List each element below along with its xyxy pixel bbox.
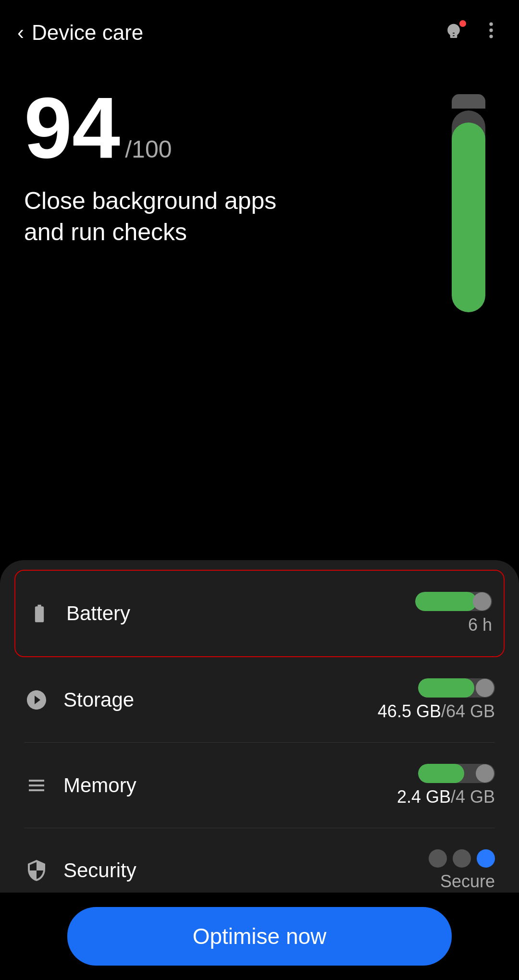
score-out-of: /100 (125, 135, 172, 163)
battery-card[interactable]: Battery 6 h (14, 570, 505, 657)
storage-label: Storage (63, 688, 134, 711)
score-section: 94 /100 Close background apps and run ch… (0, 56, 519, 331)
score-bar-wrap (452, 94, 485, 312)
lightbulb-button[interactable] (440, 19, 467, 46)
security-dot-1 (429, 849, 447, 868)
memory-card-left: Memory (24, 773, 136, 798)
optimise-now-button[interactable]: Optimise now (67, 907, 452, 966)
cards-panel: Battery 6 h Storage 46.5 G (0, 560, 519, 922)
more-options-button[interactable] (481, 20, 502, 46)
battery-card-right: 6 h (415, 592, 492, 635)
memory-value: 2.4 GB/4 GB (397, 787, 495, 807)
battery-card-left: Battery (27, 601, 130, 626)
security-dot-2 (453, 849, 471, 868)
storage-icon (24, 687, 49, 712)
security-dots (429, 849, 495, 868)
more-icon (481, 20, 502, 41)
storage-card[interactable]: Storage 46.5 GB/64 GB (0, 657, 519, 743)
storage-value: 46.5 GB/64 GB (378, 701, 495, 722)
header: ‹ Device care (0, 0, 519, 56)
security-label: Security (63, 859, 136, 882)
memory-card[interactable]: Memory 2.4 GB/4 GB (0, 743, 519, 828)
memory-toggle[interactable] (418, 764, 495, 783)
score-description: Close background apps and run checks (24, 185, 293, 248)
bar-cap (452, 94, 485, 109)
storage-card-right: 46.5 GB/64 GB (378, 678, 495, 722)
score-bar (452, 110, 485, 312)
notification-dot (459, 20, 466, 27)
memory-label: Memory (63, 774, 136, 797)
security-value: Secure (440, 871, 495, 892)
svg-point-1 (489, 28, 493, 32)
score-value: 94 (24, 85, 120, 171)
security-dot-3 (477, 849, 495, 868)
battery-label: Battery (66, 602, 130, 625)
back-button[interactable]: ‹ (17, 23, 24, 43)
header-right (440, 19, 502, 46)
security-icon (24, 858, 49, 883)
memory-card-right: 2.4 GB/4 GB (397, 764, 495, 807)
battery-toggle[interactable] (415, 592, 492, 611)
battery-value: 6 h (468, 615, 492, 635)
memory-icon (24, 773, 49, 798)
optimise-button-wrap: Optimise now (0, 893, 519, 980)
storage-card-left: Storage (24, 687, 134, 712)
score-left: 94 /100 Close background apps and run ch… (24, 85, 452, 248)
page-title: Device care (32, 21, 143, 45)
security-card-right: Secure (429, 849, 495, 892)
storage-toggle[interactable] (418, 678, 495, 698)
svg-point-2 (489, 35, 493, 38)
score-row: 94 /100 (24, 85, 452, 171)
svg-point-0 (489, 23, 493, 26)
battery-icon (27, 601, 52, 626)
security-card-left: Security (24, 858, 136, 883)
score-bar-fill (452, 122, 485, 312)
header-left: ‹ Device care (17, 21, 143, 45)
